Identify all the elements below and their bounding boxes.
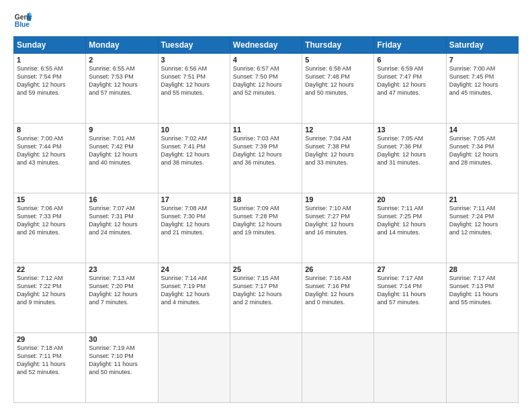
weekday-header: Tuesday bbox=[158, 37, 230, 54]
day-info: Sunrise: 7:18 AMSunset: 7:11 PMDaylight:… bbox=[17, 344, 83, 377]
day-number: 15 bbox=[17, 195, 83, 203]
day-info: Sunrise: 7:05 AMSunset: 7:36 PMDaylight:… bbox=[377, 134, 443, 167]
day-info: Sunrise: 7:10 AMSunset: 7:27 PMDaylight:… bbox=[305, 204, 371, 237]
day-number: 10 bbox=[161, 126, 227, 134]
calendar-cell: 5Sunrise: 6:58 AMSunset: 7:48 PMDaylight… bbox=[302, 54, 374, 124]
day-number: 8 bbox=[17, 126, 83, 134]
calendar-cell: 22Sunrise: 7:12 AMSunset: 7:22 PMDayligh… bbox=[14, 263, 86, 333]
day-info: Sunrise: 6:56 AMSunset: 7:51 PMDaylight:… bbox=[161, 64, 227, 97]
day-info: Sunrise: 7:03 AMSunset: 7:39 PMDaylight:… bbox=[233, 134, 299, 167]
calendar-cell: 7Sunrise: 7:00 AMSunset: 7:45 PMDaylight… bbox=[446, 54, 518, 124]
day-info: Sunrise: 7:09 AMSunset: 7:28 PMDaylight:… bbox=[233, 204, 299, 237]
day-info: Sunrise: 7:07 AMSunset: 7:31 PMDaylight:… bbox=[89, 204, 154, 237]
logo: General Blue bbox=[13, 11, 32, 30]
day-number: 27 bbox=[377, 265, 443, 273]
calendar-cell: 29Sunrise: 7:18 AMSunset: 7:11 PMDayligh… bbox=[14, 333, 86, 403]
day-info: Sunrise: 7:11 AMSunset: 7:24 PMDaylight:… bbox=[449, 204, 515, 237]
calendar-cell: 1Sunrise: 6:55 AMSunset: 7:54 PMDaylight… bbox=[14, 54, 86, 124]
calendar-cell: 27Sunrise: 7:17 AMSunset: 7:14 PMDayligh… bbox=[374, 263, 446, 333]
day-number: 19 bbox=[305, 195, 371, 203]
weekday-header: Sunday bbox=[14, 37, 86, 54]
day-info: Sunrise: 6:55 AMSunset: 7:54 PMDaylight:… bbox=[17, 64, 83, 97]
day-info: Sunrise: 7:12 AMSunset: 7:22 PMDaylight:… bbox=[17, 274, 83, 307]
calendar-cell: 6Sunrise: 6:59 AMSunset: 7:47 PMDaylight… bbox=[374, 54, 446, 124]
weekday-header: Thursday bbox=[302, 37, 374, 54]
calendar-cell: 3Sunrise: 6:56 AMSunset: 7:51 PMDaylight… bbox=[158, 54, 230, 124]
calendar-cell: 11Sunrise: 7:03 AMSunset: 7:39 PMDayligh… bbox=[230, 124, 302, 193]
calendar-cell: 25Sunrise: 7:15 AMSunset: 7:17 PMDayligh… bbox=[230, 263, 302, 333]
day-number: 29 bbox=[17, 335, 83, 343]
calendar-cell: 13Sunrise: 7:05 AMSunset: 7:36 PMDayligh… bbox=[374, 124, 446, 193]
calendar-cell bbox=[446, 333, 518, 403]
day-info: Sunrise: 7:13 AMSunset: 7:20 PMDaylight:… bbox=[89, 274, 154, 307]
header: General Blue bbox=[13, 11, 519, 30]
day-number: 7 bbox=[449, 56, 515, 64]
day-info: Sunrise: 6:57 AMSunset: 7:50 PMDaylight:… bbox=[233, 64, 299, 97]
day-info: Sunrise: 6:58 AMSunset: 7:48 PMDaylight:… bbox=[305, 64, 371, 97]
calendar-cell: 23Sunrise: 7:13 AMSunset: 7:20 PMDayligh… bbox=[86, 263, 158, 333]
day-number: 5 bbox=[305, 56, 371, 64]
day-info: Sunrise: 7:00 AMSunset: 7:45 PMDaylight:… bbox=[449, 64, 515, 97]
calendar-cell: 21Sunrise: 7:11 AMSunset: 7:24 PMDayligh… bbox=[446, 193, 518, 263]
weekday-header: Saturday bbox=[446, 37, 518, 54]
day-number: 24 bbox=[161, 265, 227, 273]
calendar-cell: 24Sunrise: 7:14 AMSunset: 7:19 PMDayligh… bbox=[158, 263, 230, 333]
day-number: 11 bbox=[233, 126, 299, 134]
calendar-cell: 8Sunrise: 7:00 AMSunset: 7:44 PMDaylight… bbox=[14, 124, 86, 193]
calendar-cell: 15Sunrise: 7:06 AMSunset: 7:33 PMDayligh… bbox=[14, 193, 86, 263]
calendar-cell bbox=[302, 333, 374, 403]
calendar-cell: 26Sunrise: 7:16 AMSunset: 7:16 PMDayligh… bbox=[302, 263, 374, 333]
day-number: 16 bbox=[89, 195, 154, 203]
weekday-header: Friday bbox=[374, 37, 446, 54]
svg-text:Blue: Blue bbox=[15, 21, 30, 28]
day-info: Sunrise: 7:05 AMSunset: 7:34 PMDaylight:… bbox=[449, 134, 515, 167]
day-number: 30 bbox=[89, 335, 154, 343]
day-number: 25 bbox=[233, 265, 299, 273]
day-number: 4 bbox=[233, 56, 299, 64]
day-info: Sunrise: 7:11 AMSunset: 7:25 PMDaylight:… bbox=[377, 204, 443, 237]
calendar-cell: 14Sunrise: 7:05 AMSunset: 7:34 PMDayligh… bbox=[446, 124, 518, 193]
day-number: 22 bbox=[17, 265, 83, 273]
calendar-cell: 28Sunrise: 7:17 AMSunset: 7:13 PMDayligh… bbox=[446, 263, 518, 333]
day-info: Sunrise: 7:16 AMSunset: 7:16 PMDaylight:… bbox=[305, 274, 371, 307]
day-number: 17 bbox=[161, 195, 227, 203]
calendar-cell: 17Sunrise: 7:08 AMSunset: 7:30 PMDayligh… bbox=[158, 193, 230, 263]
calendar-cell: 9Sunrise: 7:01 AMSunset: 7:42 PMDaylight… bbox=[86, 124, 158, 193]
day-info: Sunrise: 7:06 AMSunset: 7:33 PMDaylight:… bbox=[17, 204, 83, 237]
calendar-cell: 12Sunrise: 7:04 AMSunset: 7:38 PMDayligh… bbox=[302, 124, 374, 193]
calendar-cell: 30Sunrise: 7:19 AMSunset: 7:10 PMDayligh… bbox=[86, 333, 158, 403]
day-info: Sunrise: 7:15 AMSunset: 7:17 PMDaylight:… bbox=[233, 274, 299, 307]
calendar-cell bbox=[374, 333, 446, 403]
day-number: 23 bbox=[89, 265, 154, 273]
day-number: 13 bbox=[377, 126, 443, 134]
calendar-cell: 2Sunrise: 6:55 AMSunset: 7:53 PMDaylight… bbox=[86, 54, 158, 124]
day-number: 1 bbox=[17, 56, 83, 64]
day-info: Sunrise: 7:14 AMSunset: 7:19 PMDaylight:… bbox=[161, 274, 227, 307]
calendar-cell bbox=[158, 333, 230, 403]
day-info: Sunrise: 6:59 AMSunset: 7:47 PMDaylight:… bbox=[377, 64, 443, 97]
day-number: 18 bbox=[233, 195, 299, 203]
calendar-cell: 10Sunrise: 7:02 AMSunset: 7:41 PMDayligh… bbox=[158, 124, 230, 193]
logo-icon: General Blue bbox=[13, 11, 32, 30]
calendar-cell bbox=[230, 333, 302, 403]
page: General Blue SundayMondayTuesdayWednesda… bbox=[0, 0, 532, 411]
weekday-header: Wednesday bbox=[230, 37, 302, 54]
day-number: 14 bbox=[449, 126, 515, 134]
day-info: Sunrise: 7:08 AMSunset: 7:30 PMDaylight:… bbox=[161, 204, 227, 237]
day-info: Sunrise: 7:19 AMSunset: 7:10 PMDaylight:… bbox=[89, 344, 154, 377]
day-info: Sunrise: 7:01 AMSunset: 7:42 PMDaylight:… bbox=[89, 134, 154, 167]
day-number: 12 bbox=[305, 126, 371, 134]
day-info: Sunrise: 7:00 AMSunset: 7:44 PMDaylight:… bbox=[17, 134, 83, 167]
day-number: 6 bbox=[377, 56, 443, 64]
calendar-cell: 20Sunrise: 7:11 AMSunset: 7:25 PMDayligh… bbox=[374, 193, 446, 263]
day-number: 9 bbox=[89, 126, 154, 134]
day-number: 20 bbox=[377, 195, 443, 203]
day-number: 26 bbox=[305, 265, 371, 273]
day-number: 21 bbox=[449, 195, 515, 203]
calendar-cell: 19Sunrise: 7:10 AMSunset: 7:27 PMDayligh… bbox=[302, 193, 374, 263]
day-number: 28 bbox=[449, 265, 515, 273]
day-info: Sunrise: 6:55 AMSunset: 7:53 PMDaylight:… bbox=[89, 64, 154, 97]
calendar-cell: 18Sunrise: 7:09 AMSunset: 7:28 PMDayligh… bbox=[230, 193, 302, 263]
day-info: Sunrise: 7:17 AMSunset: 7:14 PMDaylight:… bbox=[377, 274, 443, 307]
weekday-header: Monday bbox=[86, 37, 158, 54]
